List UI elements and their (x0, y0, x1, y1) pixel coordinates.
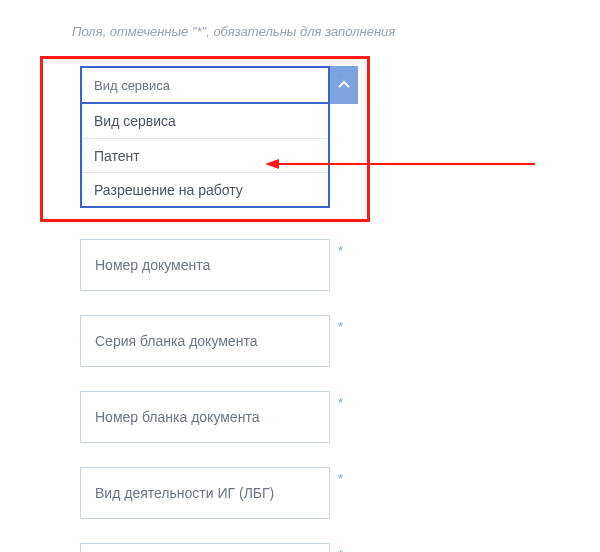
dropdown-options-list: Вид сервиса Патент Разрешение на работу (80, 104, 330, 208)
dropdown-toggle[interactable] (330, 66, 358, 104)
document-number-row: Номер документа * (80, 239, 600, 291)
document-blank-series-input[interactable]: Серия бланка документа (80, 315, 330, 367)
dropdown-option[interactable]: Патент (82, 138, 328, 172)
dropdown-display[interactable]: Вид сервиса (80, 66, 330, 104)
activity-type-input[interactable]: Вид деятельности ИГ (ЛБГ) (80, 467, 330, 519)
document-blank-number-input[interactable]: Номер бланка документа (80, 391, 330, 443)
required-star: * (338, 243, 343, 258)
activity-type-row: Вид деятельности ИГ (ЛБГ) * (80, 467, 600, 519)
service-type-dropdown[interactable]: Вид сервиса * Вид сервиса Патент Разреше… (80, 66, 330, 208)
document-blank-series-row: Серия бланка документа * (80, 315, 600, 367)
field-placeholder: Серия бланка документа (95, 333, 257, 349)
document-blank-number-row: Номер бланка документа * (80, 391, 600, 443)
required-star: * (338, 395, 343, 410)
required-star: * (338, 70, 343, 85)
field-placeholder: Номер бланка документа (95, 409, 259, 425)
required-fields-helper: Поля, отмеченные "*", обязательны для за… (72, 24, 600, 39)
passport-number-row: Номер паспорта ИГ (ЛБГ) * (80, 543, 600, 552)
dropdown-option[interactable]: Вид сервиса (82, 104, 328, 138)
field-placeholder: Вид деятельности ИГ (ЛБГ) (95, 485, 274, 501)
dropdown-option[interactable]: Разрешение на работу (82, 172, 328, 206)
passport-number-input[interactable]: Номер паспорта ИГ (ЛБГ) (80, 543, 330, 552)
required-star: * (338, 319, 343, 334)
form-container: Поля, отмеченные "*", обязательны для за… (0, 0, 600, 552)
dropdown-selected-label: Вид сервиса (94, 78, 170, 93)
field-placeholder: Номер документа (95, 257, 210, 273)
document-number-input[interactable]: Номер документа (80, 239, 330, 291)
required-star: * (338, 471, 343, 486)
required-star: * (338, 547, 343, 552)
